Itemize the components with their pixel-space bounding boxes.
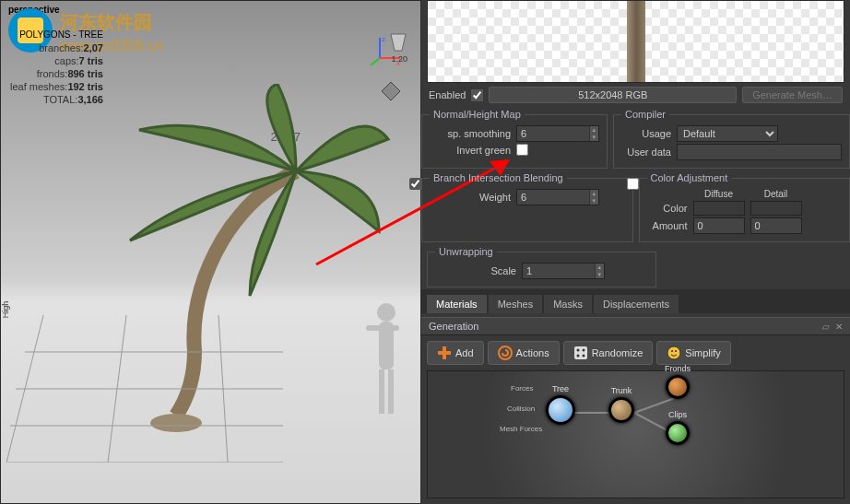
undock-icon[interactable]: ▱: [822, 322, 830, 332]
weight-spinner[interactable]: ▲▼: [516, 189, 599, 205]
diffuse-color-swatch[interactable]: [693, 201, 745, 216]
svg-point-34: [582, 355, 584, 357]
viewport-quality-label: High: [1, 301, 10, 319]
amount-label: Amount: [647, 220, 688, 231]
detail-color-swatch[interactable]: [750, 201, 802, 216]
properties-panel: Enabled 512x2048 RGB Generate Mesh… Norm…: [421, 0, 850, 504]
scale-label: Scale: [435, 265, 516, 276]
unwrapping-legend: Unwrapping: [435, 246, 497, 257]
svg-point-37: [675, 350, 677, 352]
graph-node-trunk[interactable]: Trunk: [608, 397, 634, 423]
compiler-legend: Compiler: [621, 109, 669, 120]
enabled-checkbox[interactable]: [471, 89, 483, 101]
graph-node-tree[interactable]: Tree: [546, 395, 575, 425]
usage-select[interactable]: Default: [677, 125, 778, 142]
svg-rect-13: [379, 369, 384, 414]
tab-masks[interactable]: Masks: [544, 295, 592, 313]
weight-label: Weight: [430, 192, 511, 203]
normal-height-group: Normal/Height Map sp. smoothing ▲▼ Inver…: [421, 109, 608, 169]
diffuse-amount-spinner[interactable]: [693, 217, 745, 234]
svg-point-31: [576, 349, 579, 352]
scale-input[interactable]: [523, 265, 595, 276]
close-icon[interactable]: ✕: [835, 322, 843, 332]
texture-preview[interactable]: [427, 0, 844, 83]
graph-node-fronds[interactable]: Fronds: [666, 375, 690, 399]
generation-header: Generation ▱ ✕: [421, 317, 850, 335]
branch-blend-enable-checkbox[interactable]: [409, 178, 421, 190]
color-adjustment-group: Color Adjustment Diffuse Detail Color Am…: [639, 172, 851, 242]
bark-texture-strip: [627, 1, 645, 82]
usage-label: Usage: [621, 128, 671, 139]
graph-node-clips[interactable]: Clips: [666, 421, 690, 445]
light-icon[interactable]: [387, 32, 411, 54]
invert-green-checkbox[interactable]: [516, 144, 528, 156]
spinner-down-icon[interactable]: ▼: [595, 271, 604, 278]
compiler-group: Compiler Usage Default User data: [613, 109, 850, 169]
generate-mesh-button[interactable]: Generate Mesh…: [742, 87, 843, 103]
smoothing-label: sp. smoothing: [430, 128, 511, 139]
userdata-input[interactable]: [677, 144, 842, 160]
svg-rect-28: [438, 351, 451, 355]
svg-point-29: [499, 346, 512, 359]
userdata-label: User data: [621, 147, 671, 158]
svg-rect-14: [388, 369, 394, 414]
viewport-3d[interactable]: perspective 河东软件园 www.pc0359.cn POLYGONS…: [0, 0, 421, 504]
scale-spinner[interactable]: ▲▼: [522, 263, 605, 279]
svg-rect-15: [366, 325, 399, 331]
svg-point-11: [377, 303, 395, 322]
generation-toolbar: Add Actions Randomize Simplify: [421, 335, 850, 370]
svg-rect-30: [574, 346, 587, 359]
svg-point-32: [582, 349, 584, 352]
svg-point-33: [576, 355, 579, 357]
diffuse-header: Diffuse: [693, 189, 745, 199]
smoothing-spinner[interactable]: ▲▼: [516, 125, 599, 142]
tab-materials[interactable]: Materials: [427, 295, 487, 313]
color-adj-legend: Color Adjustment: [647, 172, 732, 183]
normal-height-legend: Normal/Height Map: [430, 109, 525, 120]
spinner-up-icon[interactable]: ▲: [589, 126, 598, 134]
randomize-button[interactable]: Randomize: [563, 341, 654, 365]
resolution-button[interactable]: 512x2048 RGB: [489, 87, 737, 103]
tab-displacements[interactable]: Displacements: [594, 295, 679, 313]
generation-graph[interactable]: Forces Collision Mesh Forces Tree Trunk …: [427, 370, 844, 498]
spinner-up-icon[interactable]: ▲: [595, 264, 604, 271]
ground-grid: [6, 315, 283, 463]
unwrapping-group: Unwrapping Scale ▲▼: [427, 246, 656, 287]
spinner-down-icon[interactable]: ▼: [589, 134, 598, 141]
simplify-icon: [667, 346, 681, 360]
invert-green-label: Invert green: [430, 145, 511, 156]
color-label: Color: [647, 203, 688, 214]
smoothing-input[interactable]: [517, 128, 589, 139]
svg-point-36: [671, 350, 673, 352]
lower-tabs: Materials Meshes Masks Displacements: [421, 289, 850, 313]
branch-blend-legend: Branch Intersection Blending: [430, 172, 567, 183]
actions-button[interactable]: Actions: [488, 341, 560, 365]
svg-text:z: z: [382, 35, 385, 43]
svg-line-6: [371, 58, 380, 65]
simplify-button[interactable]: Simplify: [656, 341, 731, 365]
dice-icon: [573, 346, 588, 360]
svg-point-35: [667, 346, 680, 359]
texture-bar: Enabled 512x2048 RGB Generate Mesh…: [421, 83, 850, 107]
add-button[interactable]: Add: [427, 341, 484, 365]
weight-input[interactable]: [517, 192, 589, 203]
graph-collision-label: Collision: [507, 404, 535, 413]
branch-blend-group: Branch Intersection Blending Weight ▲▼: [421, 172, 633, 242]
color-adj-enable-checkbox[interactable]: [627, 178, 639, 190]
detail-amount-spinner[interactable]: [750, 217, 802, 234]
actions-icon: [498, 346, 513, 360]
tab-meshes[interactable]: Meshes: [489, 295, 543, 313]
generation-title: Generation: [429, 321, 478, 332]
light-intensity-label: 1.20: [391, 54, 407, 64]
spinner-up-icon[interactable]: ▲: [589, 190, 598, 197]
plus-icon: [437, 346, 452, 360]
graph-forces-label: Forces: [511, 384, 533, 393]
detail-header: Detail: [750, 189, 802, 199]
spinner-down-icon[interactable]: ▼: [589, 197, 598, 205]
enabled-label: Enabled: [429, 89, 466, 100]
graph-meshforces-label: Mesh Forces: [500, 425, 542, 433]
